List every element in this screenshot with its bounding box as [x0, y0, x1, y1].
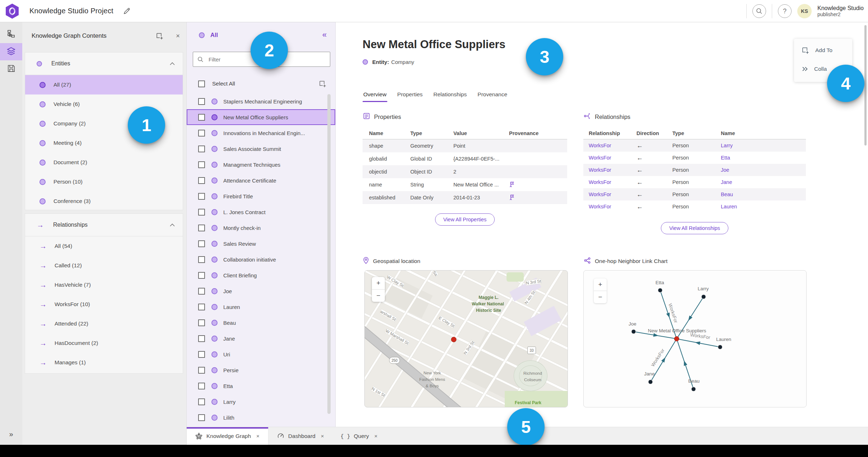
entity-type-item[interactable]: Person (10)	[25, 172, 183, 191]
entity-type-item[interactable]: Document (2)	[25, 153, 183, 172]
relationships-section-header[interactable]: → Relationships	[25, 214, 183, 236]
related-entity-link[interactable]: Larry	[721, 143, 806, 148]
item-checkbox[interactable]	[198, 130, 205, 137]
link-chart-canvas[interactable]: WorksForWorksForWorksForEttaLarryJoeLaur…	[584, 271, 806, 407]
related-entity-link[interactable]: Joe	[721, 167, 806, 173]
zoom-in-button[interactable]: +	[594, 278, 607, 291]
related-entity-link[interactable]: Lauren	[721, 204, 806, 209]
chart-node[interactable]	[648, 380, 653, 384]
item-checkbox[interactable]	[198, 351, 205, 358]
relationship-type-item[interactable]: → Called (12)	[25, 256, 183, 275]
property-row[interactable]: established Date Only 2014-01-23	[363, 191, 567, 204]
bottom-tab[interactable]: Knowledge Graph ×	[187, 427, 269, 445]
entity-list-item[interactable]: Client Briefing	[187, 267, 335, 283]
relationship-link[interactable]: WorksFor	[589, 155, 636, 161]
chart-node[interactable]	[718, 345, 722, 349]
relationship-link[interactable]: WorksFor	[589, 191, 636, 197]
entity-list-item[interactable]: Innovations in Mechanical Engin...	[187, 125, 335, 141]
entity-list-item[interactable]: Uri	[187, 346, 335, 362]
entity-list-item[interactable]: Lilith	[187, 410, 335, 425]
item-checkbox[interactable]	[198, 398, 205, 405]
relationship-type-item[interactable]: → All (54)	[25, 236, 183, 256]
collapse-panel-icon[interactable]: «	[322, 30, 327, 40]
chevron-up-icon[interactable]	[170, 62, 175, 65]
entity-list-item[interactable]: Etta	[187, 378, 335, 394]
property-row[interactable]: objectid Object ID 2	[363, 165, 567, 178]
zoom-out-button[interactable]: −	[372, 290, 385, 302]
add-new-icon[interactable]	[318, 80, 327, 88]
detail-tab[interactable]: Provenance	[477, 89, 508, 102]
item-checkbox[interactable]	[198, 319, 205, 326]
item-checkbox[interactable]	[198, 146, 205, 152]
property-row[interactable]: name String New Metal Office ...	[363, 178, 567, 191]
view-all-properties-button[interactable]: View All Properties	[435, 213, 495, 226]
item-checkbox[interactable]	[198, 383, 205, 389]
item-checkbox[interactable]	[198, 256, 205, 263]
chart-node[interactable]	[691, 387, 696, 391]
close-icon[interactable]: ×	[321, 433, 324, 439]
entity-type-item[interactable]: All (27)	[25, 75, 183, 94]
detail-tab[interactable]: Relationships	[433, 89, 467, 102]
avatar[interactable]: KS	[797, 4, 812, 18]
relationship-link[interactable]: WorksFor	[589, 204, 636, 209]
entity-list-item[interactable]: Montly check-in	[187, 220, 335, 236]
add-new-icon[interactable]	[155, 32, 164, 40]
entity-list-item[interactable]: Staplers Mechanical Engineering	[187, 93, 335, 109]
provenance-flag-icon[interactable]	[509, 181, 567, 189]
detail-scrollbar[interactable]	[864, 25, 867, 146]
entity-list-item[interactable]: Beau	[187, 315, 335, 331]
list-scrollbar[interactable]	[327, 94, 331, 414]
related-entity-link[interactable]: Beau	[721, 191, 806, 197]
item-checkbox[interactable]	[198, 161, 205, 168]
select-all-checkbox[interactable]	[198, 80, 205, 87]
relationship-type-item[interactable]: → HasVehicle (7)	[25, 275, 183, 295]
chevron-up-icon[interactable]	[170, 223, 175, 227]
item-checkbox[interactable]	[198, 288, 205, 295]
relationship-row[interactable]: WorksFor ← Person Beau	[583, 188, 806, 200]
rail-item-save[interactable]	[0, 60, 22, 78]
zoom-out-button[interactable]: −	[594, 291, 607, 303]
entity-list-item[interactable]: Larry	[187, 394, 335, 410]
relationship-row[interactable]: WorksFor ← Person Larry	[583, 139, 806, 152]
relationship-type-item[interactable]: → WorksFor (10)	[25, 295, 183, 314]
bottom-tab[interactable]: { } Query ×	[332, 427, 386, 445]
entity-list-item[interactable]: Managment Techniques	[187, 157, 335, 172]
relationship-link[interactable]: WorksFor	[589, 143, 636, 148]
relationship-link[interactable]: WorksFor	[589, 179, 636, 185]
entities-section-header[interactable]: Entities	[25, 52, 183, 75]
entity-list-item[interactable]: Sales Review	[187, 236, 335, 251]
entity-list-item[interactable]: L. Jones Contract	[187, 204, 335, 220]
relationship-type-item[interactable]: → Manages (1)	[25, 353, 183, 372]
relationship-row[interactable]: WorksFor ← Person Etta	[583, 152, 806, 164]
rail-item-hierarchy[interactable]	[0, 26, 22, 43]
relationship-row[interactable]: WorksFor ← Person Lauren	[583, 200, 806, 213]
item-checkbox[interactable]	[198, 414, 205, 421]
entity-list-item[interactable]: Persie	[187, 362, 335, 378]
relationship-row[interactable]: WorksFor ← Person Jane	[583, 176, 806, 188]
edit-title-icon[interactable]	[123, 7, 131, 15]
item-checkbox[interactable]	[198, 240, 205, 247]
zoom-in-button[interactable]: +	[372, 277, 385, 289]
menu-item[interactable]: Add To	[794, 41, 852, 60]
one-hop-link-chart[interactable]: WorksForWorksForWorksForEttaLarryJoeLaur…	[583, 270, 807, 407]
item-checkbox[interactable]	[198, 209, 205, 216]
provenance-flag-icon[interactable]	[509, 194, 567, 202]
detail-tab[interactable]: Properties	[397, 89, 424, 102]
help-button[interactable]: ?	[778, 4, 792, 18]
expand-rail-button[interactable]: »	[9, 430, 13, 438]
geospatial-map[interactable]: W Clay StSaN 3rd StMaggie L.Walker Natio…	[364, 270, 568, 407]
item-checkbox[interactable]	[198, 177, 205, 184]
chart-node[interactable]	[631, 329, 636, 334]
relationship-type-item[interactable]: → Attended (22)	[25, 314, 183, 333]
relationship-type-item[interactable]: → HasDocument (2)	[25, 333, 183, 353]
chart-node[interactable]	[701, 295, 706, 299]
relationship-link[interactable]: WorksFor	[589, 167, 636, 173]
chart-node[interactable]	[658, 288, 662, 292]
entity-list-item[interactable]: Sales Associate Summit	[187, 141, 335, 157]
entity-list-item[interactable]: Lauren	[187, 299, 335, 315]
item-checkbox[interactable]	[198, 114, 205, 121]
item-checkbox[interactable]	[198, 304, 205, 310]
close-icon[interactable]: ×	[256, 433, 260, 439]
item-checkbox[interactable]	[198, 193, 205, 200]
view-all-relationships-button[interactable]: View All Relationships	[661, 222, 728, 234]
